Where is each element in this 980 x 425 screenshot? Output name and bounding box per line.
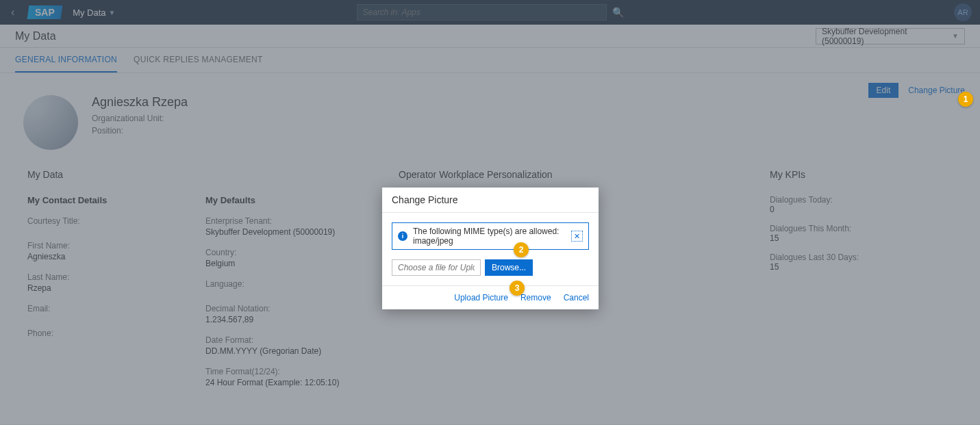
close-icon[interactable]: ✕: [571, 231, 583, 242]
dialog-footer: Upload Picture Remove Cancel: [382, 285, 599, 309]
annotation-badge-3: 3: [510, 281, 525, 296]
annotation-badge-1: 1: [958, 92, 973, 107]
browse-button[interactable]: Browse...: [485, 259, 533, 276]
dialog-body: i The following MIME type(s) are allowed…: [382, 213, 599, 285]
change-picture-dialog: Change Picture i The following MIME type…: [382, 188, 599, 309]
info-text: The following MIME type(s) are allowed: …: [413, 227, 571, 246]
cancel-link[interactable]: Cancel: [564, 293, 589, 302]
upload-picture-link[interactable]: Upload Picture: [454, 293, 508, 302]
file-input[interactable]: [392, 259, 481, 276]
info-icon: i: [398, 231, 407, 241]
file-row: Browse...: [392, 259, 589, 276]
remove-link[interactable]: Remove: [520, 293, 551, 302]
info-box: i The following MIME type(s) are allowed…: [392, 222, 589, 250]
dialog-title: Change Picture: [382, 188, 599, 213]
annotation-badge-2: 2: [514, 242, 529, 257]
